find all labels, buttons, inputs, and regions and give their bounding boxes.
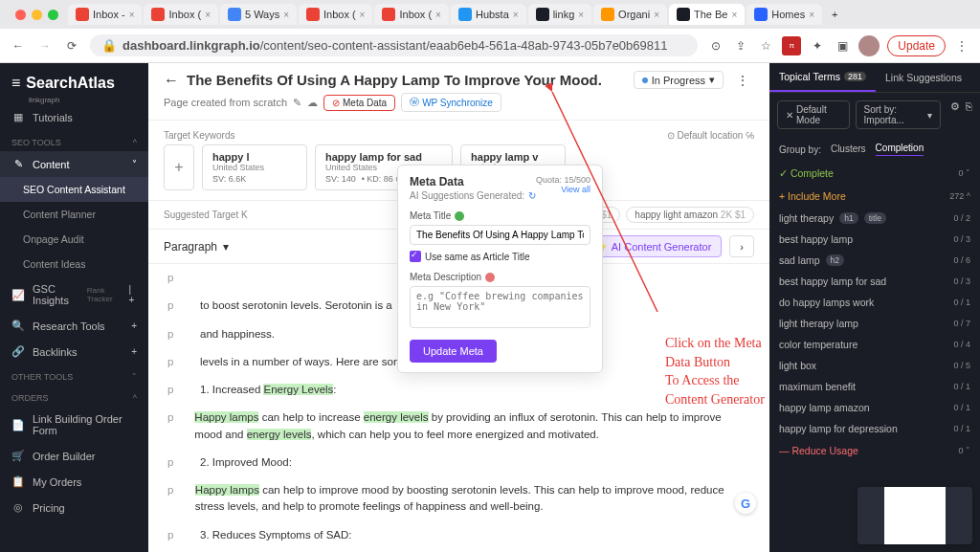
section-complete[interactable]: ✓ Complete0 ˅ — [769, 162, 980, 185]
picture-in-picture[interactable] — [858, 487, 972, 544]
sidebar-section-orders[interactable]: ORDERS^ — [0, 386, 148, 407]
use-same-checkbox[interactable] — [410, 251, 421, 262]
add-keyword-button[interactable]: + — [164, 144, 194, 190]
section-include-more[interactable]: + Include More272 ^ — [769, 185, 980, 208]
view-all-link[interactable]: View all — [536, 185, 590, 194]
address-bar[interactable]: 🔒 dashboard.linkgraph.io/content/seo-con… — [90, 34, 698, 56]
topical-term[interactable]: color temperature0 / 4 — [769, 334, 980, 355]
minimize-window[interactable] — [32, 10, 42, 20]
browser-tab[interactable]: Inbox (× — [299, 4, 372, 25]
suggested-keyword-chip[interactable]: happy light amazon 2K $1 — [626, 207, 754, 223]
overflow-icon[interactable]: ⋮ — [731, 74, 754, 87]
use-same-label: Use same as Article Title — [425, 252, 529, 262]
sort-dropdown[interactable]: Sort by: Importa... ▾ — [856, 100, 941, 129]
topical-term[interactable]: maximum benefit0 / 1 — [769, 376, 980, 397]
back-arrow[interactable]: ← — [164, 72, 179, 89]
browser-tab[interactable]: Hubsta× — [451, 4, 526, 25]
sidebar-item-backlinks[interactable]: 🔗Backlinks+ — [0, 339, 148, 364]
topical-term[interactable]: light therapyh1title0 / 2 — [769, 208, 980, 229]
panel-icon[interactable]: ▣ — [834, 37, 851, 55]
keyword-card[interactable]: happy lUnited StatesSV: 6.6K — [202, 144, 307, 190]
browser-tab[interactable]: linkg× — [528, 4, 591, 25]
page-title: The Benefits Of Using A Happy Lamp To Im… — [187, 72, 602, 88]
sidebar-item-onpage[interactable]: Onpage Audit — [0, 227, 148, 252]
browser-update-button[interactable]: Update — [887, 35, 946, 56]
puzzle-icon[interactable]: ✦ — [809, 37, 826, 55]
content-paragraph[interactable]: p2. Improved Mood: — [167, 449, 750, 476]
sidebar-item-planner[interactable]: Content Planner — [0, 202, 148, 227]
browser-tab[interactable]: Inbox (× — [374, 4, 448, 25]
tab-topical-terms[interactable]: Topical Terms281 — [769, 63, 876, 92]
content-paragraph[interactable]: pHappy lamps can help to improve mood by… — [167, 476, 750, 521]
tab-link-suggestions[interactable]: Link Suggestions — [876, 63, 971, 92]
sidebar-item-ideas[interactable]: Content Ideas — [0, 252, 148, 276]
topical-term[interactable]: light therapy lamp0 / 7 — [769, 313, 980, 334]
maximize-window[interactable] — [48, 10, 58, 20]
browser-tab[interactable]: Homes× — [746, 4, 822, 25]
sidebar-item-mo[interactable]: 📋My Orders — [0, 469, 148, 495]
overflow-menu-icon[interactable]: ⋮ — [953, 37, 970, 55]
edit-icon[interactable]: ✎ — [293, 97, 301, 109]
group-clusters[interactable]: Clusters — [831, 144, 866, 156]
meta-desc-input[interactable] — [410, 286, 590, 328]
main-panel: ← The Benefits Of Using A Happy Lamp To … — [148, 63, 769, 552]
content-paragraph[interactable]: pHappy lamps can help to increase energy… — [167, 404, 750, 449]
share-icon[interactable]: ⇪ — [732, 37, 749, 55]
sidebar-item-lbof[interactable]: 📄Link Building Order Form — [0, 407, 148, 443]
status-chip[interactable]: In Progress ▾ — [634, 71, 724, 89]
refresh-icon[interactable]: ↻ — [528, 190, 536, 201]
sidebar-item-content[interactable]: ✎Content˅ — [0, 151, 148, 177]
topical-term[interactable]: sad lamph20 / 6 — [769, 250, 980, 271]
sidebar-item-sca[interactable]: SEO Content Assistant — [0, 177, 148, 202]
sidebar-item-gsc[interactable]: 📈GSC Insights Rank Tracker| + — [0, 276, 148, 313]
section-reduce-usage[interactable]: — Reduce Usage0 ˅ — [769, 439, 980, 462]
sidebar-item-pricing[interactable]: ◎Pricing — [0, 495, 148, 520]
sidebar-section-seo[interactable]: SEO TOOLS^ — [0, 130, 148, 151]
forward-button[interactable]: → — [36, 37, 54, 55]
right-sidebar: Topical Terms281 Link Suggestions ✕ Defa… — [769, 63, 980, 552]
ai-content-generator-button[interactable]: ✨ AI Content Generator — [584, 235, 723, 257]
sidebar-item-tutorials[interactable]: ▦Tutorials — [0, 104, 148, 130]
topical-term[interactable]: best happy lamp for sad0 / 3 — [769, 271, 980, 292]
google-badge[interactable]: G — [735, 493, 756, 514]
topical-term[interactable]: best happy lamp0 / 3 — [769, 229, 980, 250]
reload-button[interactable]: ⟳ — [63, 37, 80, 55]
topical-term[interactable]: happy lamp amazon0 / 1 — [769, 397, 980, 418]
back-button[interactable]: ← — [10, 37, 27, 55]
close-window[interactable] — [15, 10, 26, 20]
group-completion[interactable]: Completion — [876, 143, 924, 156]
meta-data-button[interactable]: ⊘Meta Data — [323, 95, 395, 111]
wp-sync-button[interactable]: ⓦWP Synchronize — [401, 93, 501, 112]
browser-tab[interactable]: The Be× — [669, 4, 745, 25]
extension-icon[interactable]: π — [782, 36, 801, 55]
sidebar-section-other[interactable]: OTHER TOOLS˅ — [0, 364, 148, 386]
browser-tab[interactable]: Inbox (× — [144, 4, 217, 25]
sidebar-item-research[interactable]: 🔍Research Tools+ — [0, 313, 148, 339]
lock-icon: 🔒 — [101, 38, 117, 53]
default-location[interactable]: ⊙ Default location ℅ — [667, 130, 754, 141]
meta-title-input[interactable] — [410, 225, 590, 245]
new-tab-button[interactable]: + — [824, 5, 845, 24]
sidebar-item-ob[interactable]: 🛒Order Builder — [0, 443, 148, 469]
bookmark-icon[interactable]: ☆ — [757, 37, 774, 55]
browser-tab[interactable]: Organi× — [593, 4, 667, 25]
export-icon[interactable]: ⎘ — [966, 100, 972, 129]
window-controls — [8, 10, 66, 20]
cloud-icon[interactable]: ☁ — [307, 97, 318, 109]
paragraph-dropdown[interactable]: Paragraph ▾ — [164, 240, 229, 254]
content-paragraph[interactable]: p1. Increased Energy Levels: — [167, 376, 750, 404]
browser-tab[interactable]: 5 Ways× — [220, 4, 297, 25]
quota-display: Quota: 15/500 View all — [536, 175, 590, 194]
content-paragraph[interactable]: p3. Reduces Symptoms of SAD: — [167, 521, 750, 549]
profile-avatar[interactable] — [858, 35, 880, 56]
topical-term[interactable]: light box0 / 5 — [769, 355, 980, 376]
default-mode-button[interactable]: ✕ Default Mode — [777, 100, 850, 129]
gear-icon[interactable]: ⚙ — [950, 100, 960, 129]
next-button[interactable]: › — [729, 235, 754, 257]
browser-tab[interactable]: Inbox -× — [68, 4, 142, 25]
topical-term[interactable]: happy lamp for depression0 / 1 — [769, 418, 980, 439]
meta-title-label: Meta Title — [410, 210, 590, 221]
topical-term[interactable]: do happy lamps work0 / 1 — [769, 292, 980, 313]
search-icon[interactable]: ⊙ — [707, 37, 724, 55]
update-meta-button[interactable]: Update Meta — [410, 340, 497, 363]
